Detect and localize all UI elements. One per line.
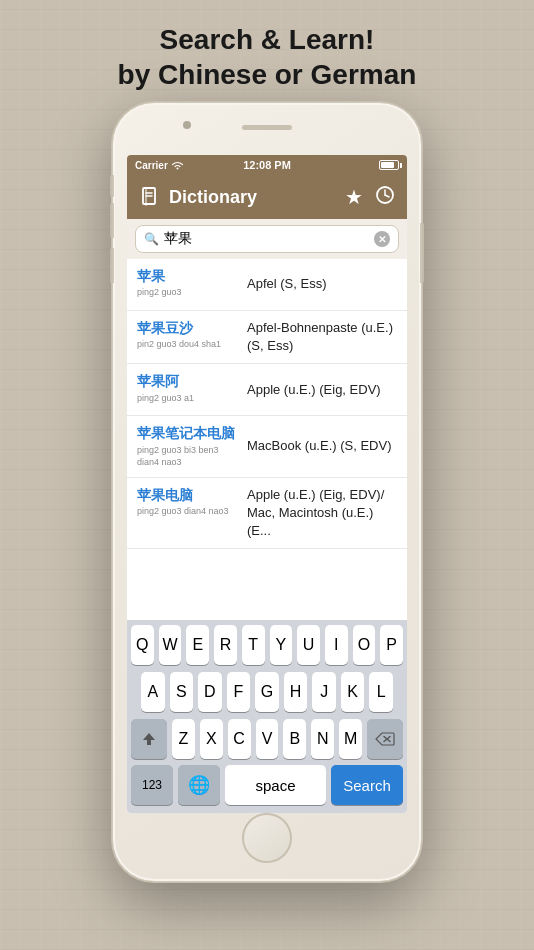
result-definition-0: Apfel (S, Ess) [247,267,397,302]
status-right [379,160,399,170]
result-item[interactable]: 苹果笔记本电脑 ping2 guo3 bi3 ben3 dian4 nao3 M… [127,416,407,477]
keyboard: Q W E R T Y U I O P A S D F G H [127,620,407,813]
key-R[interactable]: R [214,625,237,665]
key-G[interactable]: G [255,672,279,712]
result-chinese-2: 苹果阿 [137,372,241,390]
phone-screen: Carrier 12:08 PM [127,155,407,813]
result-chinese-1: 苹果豆沙 [137,319,241,337]
svg-rect-3 [145,188,147,206]
shift-key[interactable] [131,719,167,759]
search-clear-button[interactable]: ✕ [374,231,390,247]
key-E[interactable]: E [186,625,209,665]
delete-key[interactable] [367,719,403,759]
key-W[interactable]: W [159,625,182,665]
result-chinese-0: 苹果 [137,267,241,285]
result-pinyin-2: ping2 guo3 a1 [137,392,241,405]
result-pinyin-3: ping2 guo3 bi3 ben3 dian4 nao3 [137,444,241,469]
key-V[interactable]: V [256,719,279,759]
nav-right-buttons: ★ [345,185,395,210]
result-pinyin-1: pin2 guo3 dou4 sha1 [137,338,241,351]
result-item[interactable]: 苹果豆沙 pin2 guo3 dou4 sha1 Apfel-Bohnenpas… [127,311,407,364]
status-time: 12:08 PM [243,159,291,171]
speaker [242,125,292,130]
result-item[interactable]: 苹果电脑 ping2 guo3 dian4 nao3 Apple (u.E.) … [127,478,407,550]
result-definition-4: Apple (u.E.) (Eig, EDV)/ Mac, Macintosh … [247,486,397,541]
carrier-text: Carrier [135,160,168,171]
result-left-2: 苹果阿 ping2 guo3 a1 [137,372,247,407]
key-H[interactable]: H [284,672,308,712]
key-M[interactable]: M [339,719,362,759]
result-chinese-3: 苹果笔记本电脑 [137,424,241,442]
search-query[interactable]: 苹果 [164,230,374,248]
key-S[interactable]: S [170,672,194,712]
space-key[interactable]: space [225,765,326,805]
key-T[interactable]: T [242,625,265,665]
key-B[interactable]: B [283,719,306,759]
result-left-0: 苹果 ping2 guo3 [137,267,247,302]
wifi-icon [171,160,184,170]
book-icon [139,185,163,209]
result-definition-1: Apfel-Bohnenpaste (u.E.) (S, Ess) [247,319,397,355]
key-Q[interactable]: Q [131,625,154,665]
result-chinese-4: 苹果电脑 [137,486,241,504]
search-button[interactable]: Search [331,765,403,805]
mute-button [110,175,114,197]
key-Z[interactable]: Z [172,719,195,759]
volume-down-button [110,248,114,283]
result-left-3: 苹果笔记本电脑 ping2 guo3 bi3 ben3 dian4 nao3 [137,424,247,468]
status-bar: Carrier 12:08 PM [127,155,407,175]
keyboard-row-2: A S D F G H J K L [127,667,407,714]
header-line1: Search & Learn! [118,22,417,57]
keyboard-bottom-row: 123 🌐 space Search [127,761,407,813]
key-Y[interactable]: Y [270,625,293,665]
result-definition-3: MacBook (u.E.) (S, EDV) [247,424,397,468]
key-A[interactable]: A [141,672,165,712]
key-K[interactable]: K [341,672,365,712]
numeric-key[interactable]: 123 [131,765,173,805]
header-line2: by Chinese or German [118,57,417,92]
nav-bar: Dictionary ★ [127,175,407,219]
nav-title: Dictionary [169,187,345,208]
history-button[interactable] [375,185,395,210]
key-X[interactable]: X [200,719,223,759]
search-icon: 🔍 [144,232,159,246]
key-C[interactable]: C [228,719,251,759]
favorites-button[interactable]: ★ [345,185,363,209]
result-pinyin-0: ping2 guo3 [137,286,241,299]
volume-up-button [110,203,114,238]
result-item[interactable]: 苹果 ping2 guo3 Apfel (S, Ess) [127,259,407,311]
phone-frame: Carrier 12:08 PM [112,102,422,882]
result-left-4: 苹果电脑 ping2 guo3 dian4 nao3 [137,486,247,541]
camera [183,121,191,129]
svg-line-6 [385,195,389,197]
result-left-1: 苹果豆沙 pin2 guo3 dou4 sha1 [137,319,247,355]
globe-key[interactable]: 🌐 [178,765,220,805]
key-L[interactable]: L [369,672,393,712]
keyboard-row-3: Z X C V B N M [127,714,407,761]
battery-icon [379,160,399,170]
key-F[interactable]: F [227,672,251,712]
result-definition-2: Apple (u.E.) (Eig, EDV) [247,372,397,407]
battery-cap [400,163,402,168]
search-bar[interactable]: 🔍 苹果 ✕ [135,225,399,253]
power-button [420,223,424,283]
result-pinyin-4: ping2 guo3 dian4 nao3 [137,505,241,518]
home-button[interactable] [242,813,292,863]
battery-fill [381,162,394,168]
phone-mockup: Carrier 12:08 PM [112,102,422,882]
result-item[interactable]: 苹果阿 ping2 guo3 a1 Apple (u.E.) (Eig, EDV… [127,364,407,416]
key-O[interactable]: O [353,625,376,665]
key-D[interactable]: D [198,672,222,712]
results-list: 苹果 ping2 guo3 Apfel (S, Ess) 苹果豆沙 pin2 g… [127,259,407,620]
key-U[interactable]: U [297,625,320,665]
search-bar-container: 🔍 苹果 ✕ [127,219,407,259]
keyboard-row-1: Q W E R T Y U I O P [127,620,407,667]
key-P[interactable]: P [380,625,403,665]
key-J[interactable]: J [312,672,336,712]
key-I[interactable]: I [325,625,348,665]
app-header: Search & Learn! by Chinese or German [118,22,417,92]
key-N[interactable]: N [311,719,334,759]
